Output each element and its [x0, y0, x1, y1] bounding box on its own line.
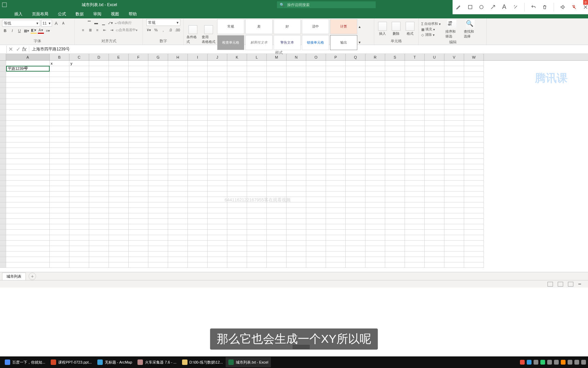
cell[interactable] [365, 186, 385, 191]
cell[interactable] [464, 213, 484, 219]
column-header-B[interactable]: B [50, 54, 69, 60]
cell[interactable] [148, 72, 168, 77]
cell[interactable] [444, 153, 464, 159]
cell[interactable] [306, 191, 326, 197]
cell[interactable] [326, 66, 346, 72]
cell[interactable] [188, 186, 208, 191]
cell[interactable] [405, 175, 425, 181]
cell[interactable] [385, 186, 405, 191]
cell[interactable] [168, 164, 188, 170]
cell[interactable] [425, 88, 444, 93]
cell[interactable] [405, 159, 425, 164]
cell[interactable] [109, 257, 129, 262]
cell[interactable] [148, 99, 168, 104]
cell[interactable] [89, 153, 109, 159]
cell[interactable] [306, 72, 326, 77]
cell[interactable] [109, 181, 129, 186]
cell[interactable] [109, 121, 129, 126]
cell[interactable] [425, 110, 444, 115]
cell[interactable] [69, 219, 89, 224]
cell[interactable] [69, 115, 89, 121]
cell[interactable] [69, 88, 89, 93]
cell[interactable] [89, 110, 109, 115]
cell[interactable] [89, 121, 109, 126]
cell[interactable] [464, 104, 484, 110]
cell[interactable] [385, 257, 405, 262]
font-name-select[interactable]: 等线▾ [2, 20, 40, 27]
cell[interactable] [109, 153, 129, 159]
cell[interactable] [365, 88, 385, 93]
cell[interactable] [6, 137, 50, 142]
cell[interactable] [148, 93, 168, 99]
cell[interactable] [69, 159, 89, 164]
cell[interactable] [168, 82, 188, 88]
cell[interactable] [287, 148, 306, 153]
cell[interactable] [464, 110, 484, 115]
cell[interactable] [346, 110, 365, 115]
cell[interactable] [464, 148, 484, 153]
cell[interactable] [148, 262, 168, 268]
cell[interactable] [306, 82, 326, 88]
cell[interactable] [247, 251, 267, 257]
cell[interactable] [208, 77, 227, 82]
cell[interactable] [208, 246, 227, 251]
cell[interactable] [89, 181, 109, 186]
cell[interactable] [148, 235, 168, 241]
cell[interactable] [208, 88, 227, 93]
row-header[interactable] [0, 164, 6, 170]
cell[interactable] [247, 181, 267, 186]
cell[interactable] [267, 241, 287, 246]
cell[interactable] [326, 153, 346, 159]
cell[interactable] [385, 241, 405, 246]
cell[interactable] [188, 88, 208, 93]
cell[interactable] [444, 77, 464, 82]
cell[interactable] [6, 235, 50, 241]
cell[interactable] [109, 224, 129, 230]
cell[interactable] [109, 219, 129, 224]
cell[interactable] [6, 142, 50, 148]
cell[interactable] [148, 213, 168, 219]
cell[interactable] [129, 164, 148, 170]
cell[interactable] [168, 110, 188, 115]
cell[interactable] [247, 115, 267, 121]
cell[interactable] [365, 175, 385, 181]
cell[interactable] [365, 126, 385, 132]
cell[interactable] [89, 66, 109, 72]
spreadsheet-grid[interactable]: xy平路1239号 ⊕ 6441162122167955客在观看视频 腾讯课 [0, 61, 588, 272]
cell[interactable] [208, 186, 227, 191]
cell[interactable] [464, 251, 484, 257]
cell[interactable] [208, 159, 227, 164]
row-header[interactable] [0, 159, 6, 164]
cell[interactable] [365, 208, 385, 213]
cell[interactable] [444, 219, 464, 224]
cell[interactable] [168, 159, 188, 164]
cell[interactable] [69, 235, 89, 241]
cell[interactable] [109, 251, 129, 257]
cell[interactable] [405, 121, 425, 126]
cell[interactable] [188, 235, 208, 241]
cell[interactable] [464, 137, 484, 142]
cell[interactable] [148, 126, 168, 132]
cell[interactable] [227, 66, 247, 72]
decrease-font-icon[interactable]: A [60, 20, 66, 26]
cell[interactable] [365, 230, 385, 235]
cell[interactable] [188, 93, 208, 99]
cell[interactable] [109, 148, 129, 153]
cell[interactable] [425, 104, 444, 110]
cell[interactable] [129, 246, 148, 251]
row-header[interactable] [0, 186, 6, 191]
row-header[interactable] [0, 82, 6, 88]
row-header[interactable] [0, 197, 6, 202]
cell[interactable] [188, 164, 208, 170]
cell[interactable] [208, 170, 227, 175]
cell[interactable] [326, 197, 346, 202]
cell[interactable] [168, 61, 188, 66]
cell[interactable] [50, 262, 69, 268]
cell[interactable] [129, 66, 148, 72]
cell[interactable] [267, 148, 287, 153]
taskbar-item[interactable]: 百度一下，你就知... [2, 357, 48, 367]
tab-pagelayout[interactable]: 页面布局 [27, 10, 53, 18]
cell[interactable] [444, 230, 464, 235]
cell[interactable] [69, 241, 89, 246]
cell[interactable] [109, 262, 129, 268]
